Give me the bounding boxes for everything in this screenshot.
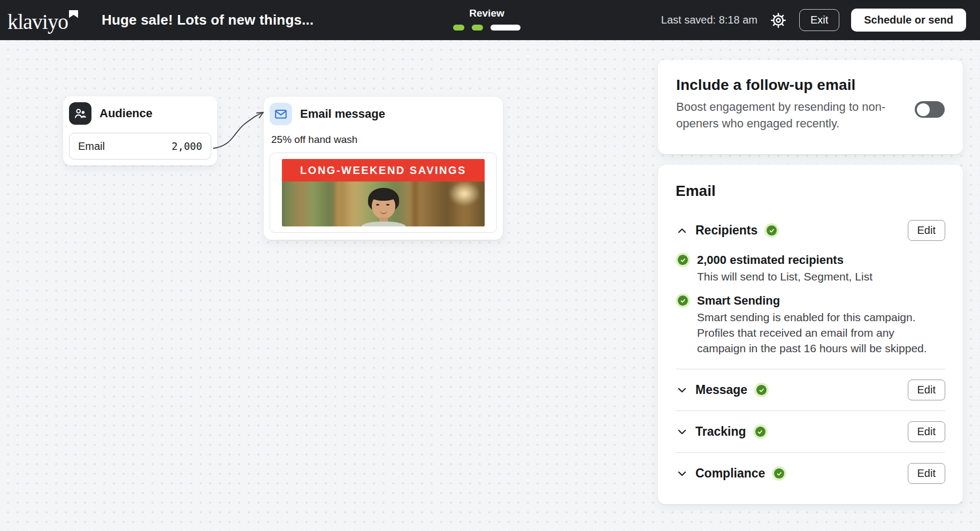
estimated-recipients-title: 2,000 estimated recipients — [697, 253, 872, 267]
email-message-node[interactable]: Email message 25% off hand wash LONG-WEE… — [264, 97, 503, 240]
section-row-message: Message Edit — [676, 369, 945, 411]
gear-icon — [770, 12, 787, 29]
email-hero-banner: LONG-WEEKEND SAVINGS — [282, 159, 485, 181]
section-toggle-tracking[interactable]: Tracking — [676, 424, 768, 439]
check-circle-icon — [676, 253, 690, 267]
edit-tracking-button[interactable]: Edit — [908, 421, 945, 442]
email-preview-thumbnail[interactable]: LONG-WEEKEND SAVINGS — [270, 153, 497, 233]
chevron-down-icon — [676, 467, 688, 480]
section-label: Message — [695, 383, 747, 397]
status-complete-icon — [754, 383, 769, 397]
email-subject-line: 25% off hand wash — [271, 134, 497, 146]
followup-email-card: Include a follow-up email Boost engageme… — [658, 60, 963, 154]
chevron-down-icon — [676, 384, 688, 397]
klaviyo-wordmark: klaviyo — [7, 8, 68, 33]
settings-button[interactable] — [769, 11, 787, 29]
flow-connector-arrow — [210, 105, 272, 156]
email-review-panel: Email Recipients Edit 2,000 estimated re… — [658, 165, 963, 504]
smart-sending-title: Smart Sending — [697, 293, 945, 308]
header-actions: Last saved: 8:18 am Exit Schedule or sen… — [661, 9, 966, 32]
step-pill-3-current[interactable] — [491, 25, 520, 31]
recipients-details: 2,000 estimated recipients This will sen… — [676, 253, 945, 356]
status-complete-icon — [753, 424, 768, 439]
audience-channel-label: Email — [78, 140, 105, 153]
step-pills — [453, 25, 520, 31]
section-row-recipients: Recipients Edit — [676, 220, 945, 241]
campaign-flow-canvas[interactable]: Audience Email 2,000 Email message 25% o… — [0, 40, 980, 531]
klaviyo-flag-icon — [69, 10, 78, 18]
section-toggle-recipients[interactable]: Recipients — [676, 223, 779, 238]
audience-node-title: Audience — [99, 107, 152, 120]
estimated-recipients-description: This will send to List, Segment, List — [697, 269, 872, 284]
step-progress: Review — [453, 7, 520, 31]
step-pill-2[interactable] — [472, 25, 483, 31]
audience-recipient-count: 2,000 — [172, 140, 202, 152]
edit-compliance-button[interactable]: Edit — [908, 463, 945, 484]
check-circle-icon — [676, 293, 690, 308]
smart-sending-description: Smart sending is enabled for this campai… — [697, 309, 945, 356]
section-row-compliance: Compliance Edit — [676, 453, 945, 494]
section-label: Recipients — [695, 223, 757, 238]
status-complete-icon — [772, 466, 786, 481]
followup-description: Boost engagement by resending to non-ope… — [676, 98, 901, 132]
email-icon-box — [270, 103, 292, 125]
people-icon — [73, 107, 87, 120]
chevron-down-icon — [676, 426, 688, 438]
step-pill-1[interactable] — [453, 25, 464, 31]
section-label: Compliance — [695, 466, 765, 481]
status-complete-icon — [764, 223, 779, 238]
followup-title: Include a follow-up email — [676, 77, 901, 94]
photo-person — [354, 188, 413, 226]
email-preview-image: LONG-WEEKEND SAVINGS — [282, 159, 485, 226]
email-hero-photo — [282, 181, 485, 226]
edit-message-button[interactable]: Edit — [908, 380, 945, 400]
edit-recipients-button[interactable]: Edit — [908, 220, 945, 241]
top-bar: klaviyo Huge sale! Lots of new things...… — [0, 0, 980, 40]
toggle-knob — [917, 103, 930, 116]
smart-sending-item: Smart Sending Smart sending is enabled f… — [676, 293, 945, 356]
section-toggle-message[interactable]: Message — [676, 383, 769, 397]
banner-text: LONG-WEEKEND SAVINGS — [300, 164, 466, 177]
audience-email-row[interactable]: Email 2,000 — [69, 133, 211, 160]
campaign-title: Huge sale! Lots of new things... — [102, 12, 313, 28]
last-saved-text: Last saved: 8:18 am — [661, 14, 757, 26]
section-label: Tracking — [695, 424, 746, 439]
email-node-title: Email message — [300, 107, 385, 121]
review-panel-title: Email — [676, 183, 945, 200]
section-row-tracking: Tracking Edit — [676, 411, 945, 452]
audience-node[interactable]: Audience Email 2,000 — [63, 96, 217, 165]
section-toggle-compliance[interactable]: Compliance — [676, 466, 786, 481]
followup-toggle[interactable] — [915, 101, 945, 118]
step-label: Review — [469, 7, 504, 19]
klaviyo-logo[interactable]: klaviyo — [7, 8, 78, 33]
exit-button[interactable]: Exit — [799, 9, 839, 31]
envelope-icon — [274, 107, 288, 121]
estimated-recipients-item: 2,000 estimated recipients This will sen… — [676, 253, 945, 284]
schedule-or-send-button[interactable]: Schedule or send — [851, 9, 966, 32]
chevron-up-icon — [676, 224, 688, 237]
audience-icon-box — [69, 102, 91, 125]
